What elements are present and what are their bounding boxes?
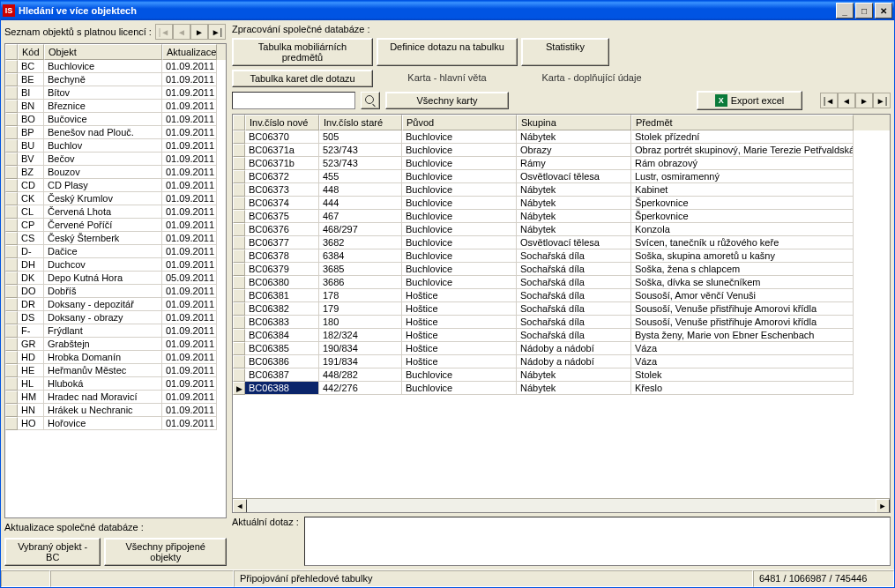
table-row[interactable]: HOHořovice01.09.2011 <box>5 417 226 430</box>
table-row[interactable]: BC06383180HošticeSochařská dílaSousoší, … <box>233 316 890 329</box>
nav-prev-button[interactable]: ◄ <box>173 24 190 40</box>
table-row[interactable]: BC063793685BuchloviceSochařská dílaSoška… <box>233 263 890 276</box>
table-row[interactable]: BC06372455BuchloviceOsvětlovací tělesaLu… <box>233 170 890 183</box>
table-row[interactable]: HNHrákek u Nechranic01.09.2011 <box>5 404 226 417</box>
table-row[interactable]: BC06384182/324HošticeSochařská dílaBysta… <box>233 329 890 342</box>
table-row[interactable]: BC06381178HošticeSochařská dílaSousoší, … <box>233 289 890 302</box>
objects-list-label: Seznam objektů s platnou licencí : <box>4 26 152 37</box>
grid-nav-last[interactable]: ►| <box>873 93 891 108</box>
excel-icon: X <box>715 94 727 107</box>
table-row[interactable]: DSDoksany - obrazy01.09.2011 <box>5 311 226 324</box>
col-aktualizace-header[interactable]: Aktualizace <box>162 44 217 60</box>
main-grid[interactable]: Inv.číslo nové Inv.číslo staré Původ Sku… <box>232 114 891 513</box>
table-row[interactable]: BC06371a523/743BuchloviceObrazyObraz por… <box>233 144 890 157</box>
all-connected-button[interactable]: Všechny připojené objekty <box>104 538 227 566</box>
titlebar: IS Hledání ve více objektech _ □ ✕ <box>1 1 894 20</box>
maximize-button[interactable]: □ <box>855 3 873 19</box>
table-row[interactable]: F-Frýdlant01.09.2011 <box>5 324 226 338</box>
table-row[interactable]: BC06373448BuchloviceNábytekKabinet <box>233 183 890 197</box>
all-cards-button[interactable]: Všechny karty <box>385 92 509 109</box>
nav-last-button[interactable]: ►| <box>208 24 226 40</box>
app-icon: IS <box>3 4 15 17</box>
table-row[interactable]: CPČervené Poříčí01.09.2011 <box>5 219 226 232</box>
export-excel-button[interactable]: X Export excel <box>697 91 802 110</box>
grid-nav-prev[interactable]: ◄ <box>838 93 855 108</box>
table-row[interactable]: HDHrobka Domanín01.09.2011 <box>5 351 226 364</box>
horizontal-scrollbar[interactable]: ◄ ► <box>233 498 890 512</box>
table-row[interactable]: DODobříš01.09.2011 <box>5 285 226 298</box>
tab-statistics[interactable]: Statistiky <box>521 38 609 66</box>
table-row[interactable]: DRDoksany - depozitář01.09.2011 <box>5 298 226 311</box>
statusbar: Připojování přehledové tabulky 6481 / 10… <box>1 569 894 587</box>
table-row[interactable]: BC06374444BuchloviceNábytekŠperkovnice <box>233 197 890 210</box>
tab-card-main[interactable]: Karta - hlavní věta <box>377 70 518 87</box>
window-title: Hledání ve více objektech <box>19 5 836 16</box>
table-row[interactable]: BC06371b523/743BuchloviceRámyRám obrazov… <box>233 157 890 170</box>
table-row[interactable]: HLHluboká01.09.2011 <box>5 377 226 391</box>
status-message: Připojování přehledové tabulky <box>234 570 753 587</box>
col-inv-stare[interactable]: Inv.číslo staré <box>319 115 402 130</box>
objects-table[interactable]: Kód Objekt Aktualizace BCBuchlovice01.09… <box>4 43 227 518</box>
processing-label: Zpracování společné databáze : <box>232 24 891 34</box>
selected-object-button[interactable]: Vybraný objekt - BC <box>4 538 101 566</box>
table-row[interactable]: BC063803686BuchloviceSochařská dílaSoška… <box>233 276 890 289</box>
scroll-left-arrow[interactable]: ◄ <box>233 499 247 513</box>
nav-next-button[interactable]: ► <box>190 24 208 40</box>
current-query-box <box>304 517 891 566</box>
col-kod-header[interactable]: Kód <box>18 44 44 60</box>
table-row[interactable]: DKDepo Kutná Hora05.09.2011 <box>5 272 226 285</box>
table-row[interactable]: BC063786384BuchloviceSochařská dílaSoška… <box>233 249 890 263</box>
table-row[interactable]: BC06370505BuchloviceNábytekStolek přízed… <box>233 130 890 144</box>
col-predmet[interactable]: Předmět <box>631 115 854 130</box>
minimize-button[interactable]: _ <box>836 3 854 19</box>
tab-mobiliar[interactable]: Tabulka mobiliárních predmětů <box>232 38 373 66</box>
grid-nav-next[interactable]: ► <box>855 93 873 108</box>
table-row[interactable]: D-Dačice01.09.2011 <box>5 245 226 258</box>
search-input[interactable] <box>232 92 355 109</box>
col-objekt-header[interactable]: Objekt <box>44 44 162 60</box>
tab-query-def[interactable]: Definice dotazu na tabulku <box>377 38 518 66</box>
current-query-label: Aktuální dotaz : <box>232 517 299 527</box>
table-row[interactable]: BCBuchlovice01.09.2011 <box>5 60 226 73</box>
table-row[interactable]: DHDuchcov01.09.2011 <box>5 258 226 272</box>
table-row[interactable]: BZBouzov01.09.2011 <box>5 166 226 179</box>
scroll-right-arrow[interactable]: ► <box>876 499 890 513</box>
col-skupina[interactable]: Skupina <box>517 115 631 130</box>
table-row[interactable]: HMHradec nad Moravicí01.09.2011 <box>5 391 226 404</box>
table-row[interactable]: CSČeský Šternberk01.09.2011 <box>5 232 226 245</box>
close-button[interactable]: ✕ <box>875 3 892 19</box>
table-row[interactable]: CDCD Plasy01.09.2011 <box>5 179 226 192</box>
update-db-label: Aktualizace společné databáze : <box>4 522 227 532</box>
tab-card-extra[interactable]: Karta - doplňující údaje <box>521 70 662 87</box>
table-row[interactable]: BPBenešov nad Plouč.01.09.2011 <box>5 126 226 139</box>
table-row[interactable]: BC06376468/297BuchloviceNábytekKonzola <box>233 223 890 236</box>
table-row[interactable]: BIBítov01.09.2011 <box>5 86 226 100</box>
table-row[interactable]: BNBřeznice01.09.2011 <box>5 100 226 113</box>
table-row[interactable]: ▶BC06388442/276BuchloviceNábytekKřeslo <box>233 382 890 395</box>
col-puvod[interactable]: Původ <box>402 115 517 130</box>
status-counts: 6481 / 1066987 / 745446 <box>753 570 894 587</box>
table-row[interactable]: GRGrabštejn01.09.2011 <box>5 338 226 351</box>
table-row[interactable]: BC063773682BuchloviceOsvětlovací tělesaS… <box>233 236 890 249</box>
grid-nav-first[interactable]: |◄ <box>820 93 838 108</box>
tab-cards-by-query[interactable]: Tabulka karet dle dotazu <box>232 70 373 87</box>
table-row[interactable]: CLČervená Lhota01.09.2011 <box>5 205 226 219</box>
lookup-button[interactable] <box>361 92 380 109</box>
table-row[interactable]: BVBečov01.09.2011 <box>5 153 226 166</box>
table-row[interactable]: CKČeský Krumlov01.09.2011 <box>5 192 226 205</box>
table-row[interactable]: HEHeřmanův Městec01.09.2011 <box>5 364 226 377</box>
table-row[interactable]: BEBechyně01.09.2011 <box>5 73 226 86</box>
table-row[interactable]: BC06382179HošticeSochařská dílaSousoší, … <box>233 302 890 316</box>
col-inv-nove[interactable]: Inv.číslo nové <box>245 115 319 130</box>
nav-first-button[interactable]: |◄ <box>155 24 173 40</box>
search-icon <box>365 95 376 106</box>
table-row[interactable]: BC06375467BuchloviceNábytekŠperkovnice <box>233 210 890 223</box>
table-row[interactable]: BC06387448/282BuchloviceNábytekStolek <box>233 368 890 382</box>
table-row[interactable]: BC06385190/834HošticeNádoby a nádobíVáza <box>233 342 890 355</box>
table-row[interactable]: BOBučovice01.09.2011 <box>5 113 226 126</box>
table-row[interactable]: BUBuchlov01.09.2011 <box>5 139 226 153</box>
table-row[interactable]: BC06386191/834HošticeNádoby a nádobíVáza <box>233 355 890 368</box>
